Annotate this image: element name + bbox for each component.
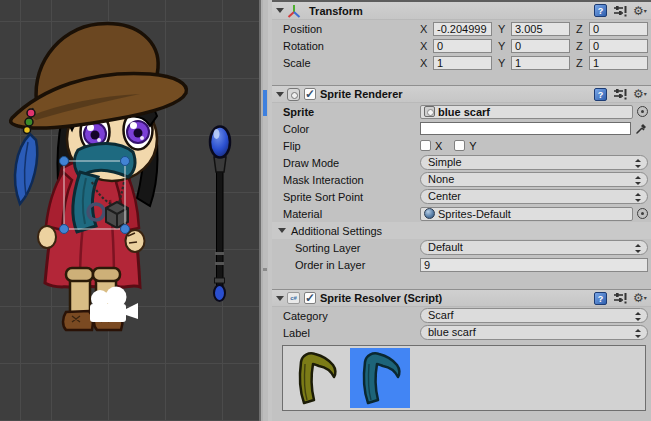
dropdown-value: None bbox=[428, 173, 454, 186]
axis-z-label: Z bbox=[576, 23, 585, 35]
rotation-z-input[interactable]: 0 bbox=[589, 39, 648, 53]
popup-arrows-icon bbox=[634, 192, 641, 203]
field-label: Material bbox=[283, 208, 420, 220]
sorting-layer-dropdown[interactable]: Default bbox=[420, 240, 648, 255]
foldout-arrow-icon[interactable] bbox=[276, 8, 284, 13]
object-picker-icon[interactable] bbox=[637, 106, 648, 117]
field-label: Rotation bbox=[283, 40, 420, 52]
flip-x-checkbox[interactable] bbox=[420, 140, 431, 151]
help-icon[interactable]: ? bbox=[594, 88, 607, 101]
flip-y-checkbox[interactable] bbox=[454, 140, 465, 151]
component-title: Sprite Resolver (Script) bbox=[320, 292, 442, 304]
eyedropper-icon[interactable] bbox=[635, 122, 648, 135]
sprite-sort-point-dropdown[interactable]: Center bbox=[420, 189, 648, 204]
sprite-sort-point-row: Sprite Sort Point Center bbox=[272, 188, 651, 205]
staff-sprite[interactable] bbox=[210, 127, 230, 302]
field-label: Scale bbox=[283, 57, 420, 69]
axis-x-label: X bbox=[420, 57, 429, 69]
inspector-panel: Transform ? ⚙ Position X -0.204999 Y 3.0… bbox=[272, 0, 651, 421]
prefab-override-bar bbox=[263, 90, 267, 116]
mask-interaction-dropdown[interactable]: None bbox=[420, 172, 648, 187]
axis-z-label: Z bbox=[576, 57, 585, 69]
witch-character-sprite[interactable] bbox=[11, 24, 187, 330]
camera-gizmo-icon[interactable] bbox=[90, 287, 138, 323]
color-swatch[interactable] bbox=[420, 122, 631, 135]
scale-x-input[interactable]: 1 bbox=[433, 56, 492, 70]
transform-axes-icon bbox=[287, 4, 301, 18]
foldout-arrow-icon[interactable] bbox=[276, 92, 284, 97]
object-name: Sprites-Default bbox=[438, 208, 511, 220]
dropdown-value: Center bbox=[428, 190, 461, 203]
position-z-input[interactable]: 0 bbox=[589, 22, 648, 36]
order-in-layer-input[interactable]: 9 bbox=[420, 258, 648, 272]
additional-settings-foldout[interactable]: Additional Settings bbox=[272, 222, 651, 239]
order-in-layer-row: Order in Layer 9 bbox=[272, 256, 651, 273]
component-enabled-checkbox[interactable] bbox=[304, 88, 316, 100]
popup-arrows-icon bbox=[634, 243, 641, 254]
field-label: Order in Layer bbox=[283, 259, 420, 271]
field-label: Category bbox=[283, 310, 420, 322]
component-enabled-checkbox[interactable] bbox=[304, 292, 316, 304]
selection-handle[interactable] bbox=[60, 157, 69, 166]
sprite-row: Sprite blue scarf bbox=[272, 103, 651, 120]
gear-icon[interactable]: ⚙ bbox=[633, 4, 647, 18]
dropdown-value: Default bbox=[428, 241, 463, 254]
color-row: Color bbox=[272, 120, 651, 137]
sprite-resolver-header[interactable]: c# Sprite Resolver (Script) ? ⚙ bbox=[272, 289, 651, 307]
material-object-field[interactable]: Sprites-Default bbox=[420, 207, 633, 221]
position-y-input[interactable]: 3.005 bbox=[511, 22, 570, 36]
label-dropdown[interactable]: blue scarf bbox=[420, 325, 648, 340]
dropdown-value: blue scarf bbox=[428, 326, 476, 339]
scrollbar-thumb[interactable] bbox=[263, 268, 267, 271]
sprite-renderer-header[interactable]: Sprite Renderer ? ⚙ bbox=[272, 85, 651, 103]
field-label: Mask Interaction bbox=[283, 174, 420, 186]
sprite-variant-selector bbox=[282, 345, 646, 411]
presets-icon[interactable] bbox=[613, 291, 627, 305]
sorting-layer-row: Sorting Layer Default bbox=[272, 239, 651, 256]
component-title: Sprite Renderer bbox=[320, 88, 403, 100]
gear-icon[interactable]: ⚙ bbox=[633, 87, 647, 101]
popup-arrows-icon bbox=[634, 311, 641, 322]
scale-row: Scale X 1 Y 1 Z 1 bbox=[272, 54, 651, 71]
subheader-label: Additional Settings bbox=[291, 225, 382, 237]
selection-handle[interactable] bbox=[121, 225, 130, 234]
foldout-arrow-icon[interactable] bbox=[278, 228, 286, 233]
field-label: Sprite bbox=[283, 106, 420, 118]
scene-view[interactable] bbox=[0, 0, 259, 421]
rotation-row: Rotation X 0 Y 0 Z 0 bbox=[272, 37, 651, 54]
presets-icon[interactable] bbox=[613, 4, 627, 18]
field-label: Color bbox=[283, 123, 420, 135]
sprite-object-field[interactable]: blue scarf bbox=[420, 105, 633, 119]
rotation-x-input[interactable]: 0 bbox=[433, 39, 492, 53]
rotation-y-input[interactable]: 0 bbox=[511, 39, 570, 53]
draw-mode-row: Draw Mode Simple bbox=[272, 154, 651, 171]
category-dropdown[interactable]: Scarf bbox=[420, 308, 648, 323]
field-label: Sprite Sort Point bbox=[283, 191, 420, 203]
material-row: Material Sprites-Default bbox=[272, 205, 651, 222]
draw-mode-dropdown[interactable]: Simple bbox=[420, 155, 648, 170]
transform-header[interactable]: Transform ? ⚙ bbox=[272, 2, 651, 20]
thumbnail-olive-scarf[interactable] bbox=[286, 348, 346, 408]
selection-handle[interactable] bbox=[121, 157, 130, 166]
unity-editor-window: Transform ? ⚙ Position X -0.204999 Y 3.0… bbox=[0, 0, 651, 421]
scale-y-input[interactable]: 1 bbox=[511, 56, 570, 70]
material-sphere-icon bbox=[424, 208, 435, 219]
object-picker-icon[interactable] bbox=[637, 208, 648, 219]
axis-y-label: Y bbox=[498, 23, 507, 35]
component-title: Transform bbox=[309, 5, 363, 17]
gear-icon[interactable]: ⚙ bbox=[633, 291, 647, 305]
help-icon[interactable]: ? bbox=[594, 4, 607, 17]
presets-icon[interactable] bbox=[613, 87, 627, 101]
scale-z-input[interactable]: 1 bbox=[589, 56, 648, 70]
help-icon[interactable]: ? bbox=[594, 292, 607, 305]
thumbnail-blue-scarf[interactable] bbox=[350, 348, 410, 408]
axis-z-label: Z bbox=[576, 40, 585, 52]
foldout-arrow-icon[interactable] bbox=[276, 296, 284, 301]
selection-handle[interactable] bbox=[60, 225, 69, 234]
panel-splitter[interactable] bbox=[259, 0, 272, 421]
label-row: Label blue scarf bbox=[272, 324, 651, 341]
position-x-input[interactable]: -0.204999 bbox=[433, 22, 492, 36]
mask-interaction-row: Mask Interaction None bbox=[272, 171, 651, 188]
field-label: Flip bbox=[283, 140, 420, 152]
flip-y-label: Y bbox=[469, 140, 476, 152]
